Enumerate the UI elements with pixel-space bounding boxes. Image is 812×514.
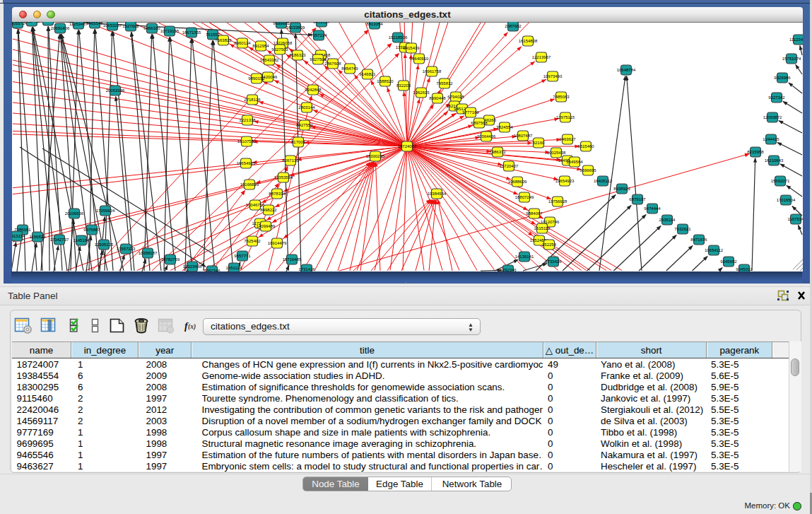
svg-text:3913154: 3913154: [12, 234, 25, 238]
svg-text:10648784: 10648784: [617, 68, 636, 72]
svg-text:11253467: 11253467: [69, 22, 88, 26]
svg-text:6794028: 6794028: [447, 95, 464, 99]
svg-text:7632621: 7632621: [674, 227, 691, 231]
svg-text:17016504: 17016504: [777, 198, 796, 202]
svg-text:2867608: 2867608: [324, 62, 341, 66]
svg-text:19654923: 19654923: [555, 179, 575, 183]
svg-text:1588520: 1588520: [377, 79, 394, 83]
svg-text:10973493: 10973493: [543, 74, 563, 78]
svg-text:19218506: 19218506: [389, 35, 408, 40]
svg-text:10719155: 10719155: [160, 29, 180, 33]
svg-text:7955812: 7955812: [436, 81, 453, 86]
svg-text:832203: 832203: [396, 83, 411, 88]
svg-text:2087682: 2087682: [505, 24, 522, 28]
svg-text:9515460: 9515460: [577, 144, 594, 148]
svg-text:11123456: 11123456: [789, 37, 803, 42]
svg-text:2718126: 2718126: [244, 98, 261, 102]
svg-text:9699695: 9699695: [579, 168, 596, 173]
svg-text:3824554: 3824554: [496, 125, 513, 129]
svg-text:12975115: 12975115: [556, 115, 575, 119]
svg-text:12905135: 12905135: [95, 243, 114, 247]
svg-text:20206536: 20206536: [65, 211, 84, 216]
svg-text:1527602: 1527602: [122, 24, 139, 28]
svg-text:10046756: 10046756: [246, 203, 265, 207]
svg-text:9975887: 9975887: [83, 228, 100, 232]
svg-text:1221338: 1221338: [239, 118, 256, 122]
svg-text:17359924: 17359924: [96, 209, 115, 213]
svg-text:1156829: 1156829: [30, 235, 47, 239]
svg-text:8427552: 8427552: [296, 123, 313, 127]
svg-text:9227342: 9227342: [768, 95, 785, 100]
svg-text:62160: 62160: [533, 141, 545, 145]
svg-text:10461499: 10461499: [39, 22, 58, 23]
svg-text:16107552: 16107552: [237, 139, 257, 144]
svg-text:16914479: 16914479: [268, 241, 287, 245]
svg-text:9463627: 9463627: [559, 137, 576, 141]
svg-text:10958187: 10958187: [139, 251, 158, 255]
svg-text:1145194: 1145194: [73, 238, 90, 243]
svg-text:16405112: 16405112: [594, 179, 613, 183]
svg-text:9657771: 9657771: [234, 254, 251, 258]
svg-text:8960124: 8960124: [234, 41, 251, 45]
svg-text:9242848: 9242848: [305, 88, 322, 92]
svg-text:16210643: 16210643: [765, 158, 784, 163]
svg-text:19654925: 19654925: [237, 161, 256, 165]
svg-text:817006: 817006: [291, 140, 306, 144]
svg-text:8186323: 8186323: [289, 53, 306, 57]
svg-text:2803144: 2803144: [298, 105, 315, 110]
svg-text:1731426: 1731426: [298, 267, 315, 271]
svg-text:13353594: 13353594: [274, 175, 293, 180]
svg-text:1092346: 1092346: [204, 269, 220, 271]
svg-text:7625402: 7625402: [244, 239, 261, 243]
svg-text:6897568: 6897568: [471, 121, 488, 125]
svg-text:7485063: 7485063: [553, 95, 570, 99]
svg-text:15716485: 15716485: [283, 257, 302, 262]
svg-text:9474444: 9474444: [644, 206, 661, 211]
svg-text:8454749: 8454749: [341, 66, 358, 71]
svg-text:10025438: 10025438: [547, 151, 566, 155]
svg-text:8813054: 8813054: [366, 22, 383, 26]
svg-text:252254: 252254: [542, 243, 557, 247]
svg-text:19384554: 19384554: [428, 192, 447, 196]
svg-text:10807487: 10807487: [514, 134, 533, 138]
svg-text:8878334: 8878334: [269, 192, 286, 196]
svg-text:19166825: 19166825: [240, 182, 259, 187]
svg-text:9115460: 9115460: [24, 22, 41, 23]
svg-text:1244415: 1244415: [763, 137, 779, 141]
svg-text:7357224: 7357224: [310, 33, 327, 37]
svg-text:8498222: 8498222: [260, 208, 277, 212]
svg-text:18807249: 18807249: [515, 195, 534, 199]
svg-text:14099489: 14099489: [257, 224, 276, 228]
svg-text:16543382: 16543382: [260, 58, 279, 62]
svg-text:12213967: 12213967: [532, 55, 551, 59]
svg-text:9245012: 9245012: [736, 267, 753, 271]
svg-text:8215958: 8215958: [747, 150, 764, 154]
svg-text:1362615: 1362615: [413, 90, 430, 95]
svg-text:6879197: 6879197: [629, 197, 646, 201]
svg-text:16961758: 16961758: [423, 69, 442, 74]
svg-text:19756928: 19756928: [548, 199, 567, 204]
svg-text:8938923: 8938923: [613, 187, 630, 191]
svg-text:14136141: 14136141: [515, 255, 534, 259]
svg-text:20691406: 20691406: [51, 26, 70, 30]
svg-text:17957223: 17957223: [117, 247, 136, 251]
svg-text:15751074: 15751074: [782, 57, 801, 61]
svg-text:16640910: 16640910: [410, 57, 429, 61]
svg-text:10653267: 10653267: [103, 23, 122, 28]
svg-text:1615112: 1615112: [534, 226, 551, 230]
svg-text:1733426: 1733426: [545, 259, 562, 264]
svg-text:1649564: 1649564: [566, 160, 583, 164]
svg-text:15720407: 15720407: [500, 164, 519, 168]
svg-text:12093872: 12093872: [763, 115, 782, 119]
svg-text:8267130: 8267130: [282, 158, 299, 163]
svg-text:1651124: 1651124: [226, 266, 243, 270]
svg-text:9890152: 9890152: [248, 76, 265, 81]
svg-text:9777169: 9777169: [462, 110, 479, 115]
svg-text:9146821: 9146821: [359, 72, 376, 76]
svg-text:15692071: 15692071: [771, 179, 790, 183]
svg-text:10654112: 10654112: [705, 248, 724, 252]
svg-text:8471676: 8471676: [690, 238, 707, 242]
svg-text:20053346: 20053346: [106, 88, 125, 93]
svg-text:18724007: 18724007: [398, 144, 417, 148]
svg-text:(x): (x): [188, 323, 196, 331]
